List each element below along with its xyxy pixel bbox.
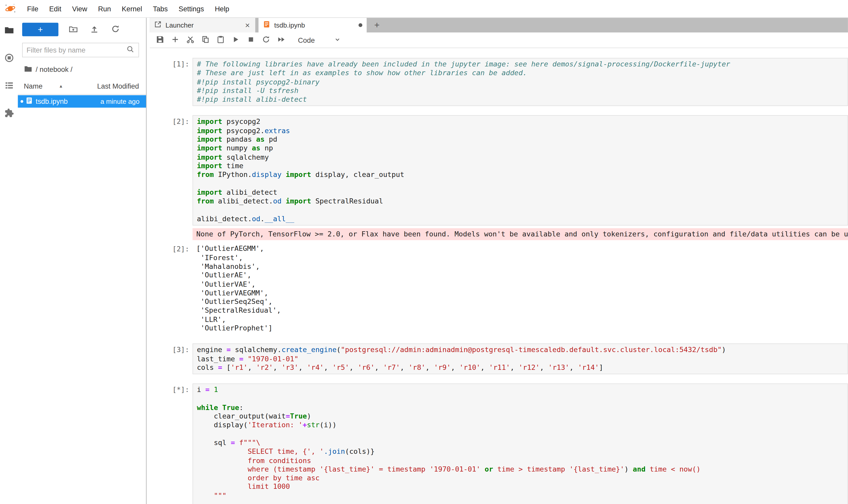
- code-line: 'Mahalanobis',: [196, 262, 844, 271]
- table-of-contents-tab[interactable]: [3, 80, 15, 92]
- output-prompt: [2]:: [150, 243, 193, 335]
- code-line: # These are just left in as examples to …: [197, 69, 844, 77]
- sort-caret-icon: ▲: [59, 84, 63, 89]
- code-line: 'OutlierProphet']: [196, 324, 844, 333]
- launcher-icon: [154, 21, 162, 30]
- code-line: from IPython.display import display, cle…: [197, 170, 844, 179]
- insert-cell-button[interactable]: [169, 34, 181, 46]
- menu-file[interactable]: File: [22, 5, 44, 13]
- cell-input-area: [*]:i = 1 while True: clear_output(wait=…: [150, 383, 848, 504]
- code-line: 'LLR',: [196, 315, 844, 324]
- tab-bar: Launcher × tsdb.ipynb +: [150, 18, 848, 33]
- file-list-header: Name ▲ Last Modified: [18, 78, 146, 94]
- code-line: import time: [197, 162, 844, 170]
- code-line: 'OutlierVAE',: [196, 280, 844, 289]
- file-modified: a minute ago: [101, 97, 140, 105]
- menu-help[interactable]: Help: [209, 5, 235, 13]
- code-line: ['OutlierAEGMM',: [196, 245, 844, 253]
- notebook-toolbar: Code: [150, 33, 848, 48]
- running-sessions-tab[interactable]: [3, 53, 15, 65]
- code-line: [197, 430, 844, 438]
- breadcrumb[interactable]: / notebook /: [18, 60, 146, 78]
- cell-editor[interactable]: i = 1 while True: clear_output(wait=True…: [193, 383, 848, 504]
- code-line: cols = ['r1', 'r2', 'r3', 'r4', 'r5', 'r…: [197, 363, 844, 372]
- code-line: i = 1: [197, 386, 844, 395]
- cut-cells-button[interactable]: [184, 34, 196, 46]
- code-line: # The following libraries have already b…: [197, 60, 844, 69]
- tab-notebook[interactable]: tsdb.ipynb: [258, 18, 367, 33]
- code-line: [197, 179, 844, 188]
- code-line: import numpy as np: [197, 144, 844, 153]
- cell-editor[interactable]: engine = sqlalchemy.create_engine("postg…: [193, 344, 848, 374]
- filter-files-input[interactable]: [26, 46, 126, 54]
- code-line: import pandas as pd: [197, 135, 844, 144]
- workspace: +: [0, 18, 848, 504]
- file-browser-toolbar: +: [18, 18, 146, 38]
- code-line: clear_output(wait=True): [197, 412, 844, 421]
- menu-settings[interactable]: Settings: [173, 5, 209, 13]
- panel-splitter[interactable]: [146, 18, 150, 504]
- new-folder-icon: [69, 24, 78, 35]
- code-line: 'OutlierSeq2Seq',: [196, 298, 844, 306]
- close-icon[interactable]: ×: [244, 21, 251, 29]
- restart-kernel-button[interactable]: [260, 34, 272, 46]
- paste-cells-button[interactable]: [215, 34, 227, 46]
- cell-editor[interactable]: import psycopg2import psycopg2.extrasimp…: [193, 115, 848, 226]
- file-row[interactable]: tsdb.ipynb a minute ago: [18, 95, 146, 108]
- notebook-icon: [263, 21, 270, 30]
- run-cell-button[interactable]: [230, 34, 241, 46]
- cell-editor[interactable]: # The following libraries have already b…: [193, 58, 848, 106]
- dirty-indicator-icon[interactable]: [359, 23, 362, 27]
- code-line: 'OutlierAE',: [196, 271, 844, 280]
- filter-files-box: [22, 43, 139, 57]
- menu-run[interactable]: Run: [93, 5, 116, 13]
- breadcrumb-path: / notebook /: [36, 66, 73, 73]
- code-line: display('Iteration: '+str(i)): [197, 421, 844, 430]
- copy-cells-button[interactable]: [200, 34, 212, 46]
- new-tab-button[interactable]: +: [370, 18, 384, 33]
- menu-edit[interactable]: Edit: [44, 5, 67, 13]
- cell-type-dropdown[interactable]: Code: [298, 36, 341, 45]
- code-line: 'OutlierVAEGMM',: [196, 289, 844, 298]
- paste-icon: [216, 35, 225, 45]
- code-line: where (timestamp '{last_time}' = timesta…: [197, 465, 844, 474]
- stop-kernel-button[interactable]: [245, 34, 257, 46]
- stderr-output: None of PyTorch, TensorFlow >= 2.0, or F…: [193, 228, 848, 240]
- extensions-tab[interactable]: [3, 108, 15, 120]
- cell-execution-prompt: [1]:: [150, 58, 193, 106]
- run-icon: [232, 35, 240, 45]
- refresh-button[interactable]: [109, 23, 122, 36]
- tab-launcher[interactable]: Launcher ×: [150, 18, 255, 33]
- column-name[interactable]: Name: [24, 82, 42, 90]
- menu-kernel[interactable]: Kernel: [116, 5, 147, 13]
- main-dock-panel: Launcher × tsdb.ipynb +: [150, 18, 848, 504]
- upload-button[interactable]: [88, 23, 101, 36]
- home-folder-icon: [24, 65, 33, 75]
- cut-icon: [186, 35, 195, 45]
- file-list: tsdb.ipynb a minute ago: [18, 94, 146, 107]
- file-browser-tab[interactable]: [3, 25, 15, 37]
- code-line: import alibi_detect: [197, 188, 844, 197]
- code-line: #!pip install -U tsfresh: [197, 87, 844, 95]
- menu-view[interactable]: View: [67, 5, 93, 13]
- code-line: from alibi_detect.od import SpectralResi…: [197, 197, 844, 206]
- code-line: engine = sqlalchemy.create_engine("postg…: [197, 346, 844, 355]
- column-last-modified[interactable]: Last Modified: [97, 82, 139, 90]
- code-line: while True:: [197, 403, 844, 412]
- code-cell: [2]:import psycopg2import psycopg2.extra…: [150, 115, 848, 334]
- restart-run-all-button[interactable]: [275, 34, 287, 46]
- code-line: SELECT time, {', '.join(cols)}: [197, 447, 844, 456]
- menu-tabs[interactable]: Tabs: [147, 5, 173, 13]
- code-line: [197, 395, 844, 403]
- menu-bar: FileEditViewRunKernelTabsSettingsHelp: [0, 0, 848, 18]
- refresh-icon: [110, 24, 120, 35]
- save-button[interactable]: [154, 34, 166, 46]
- code-line: """: [197, 491, 844, 500]
- new-launcher-button[interactable]: +: [22, 23, 58, 36]
- stop-icon: [247, 35, 255, 45]
- copy-icon: [201, 35, 210, 45]
- cell-input-area: [1]:# The following libraries have alrea…: [150, 58, 848, 106]
- cell-input-area: [3]:engine = sqlalchemy.create_engine("p…: [150, 344, 848, 374]
- code-line: alibi_detect.od.__all__: [197, 215, 844, 223]
- new-folder-button[interactable]: [67, 23, 79, 36]
